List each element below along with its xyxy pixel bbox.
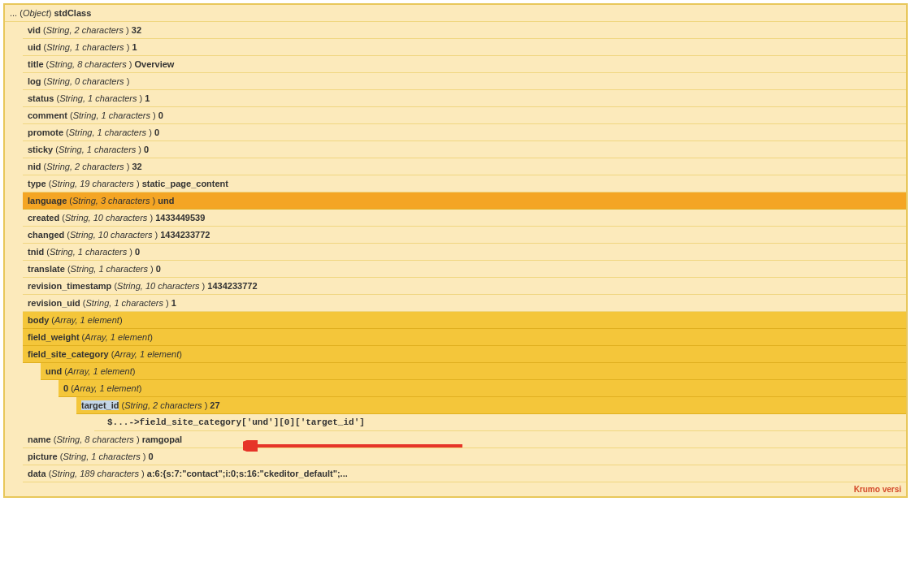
property-row-log[interactable]: log (String, 0 characters ) [23,73,906,90]
property-key: title [28,59,44,69]
property-value: 0 [144,145,149,154]
property-value: 1 [132,42,137,52]
property-type: String, 1 characters [46,42,124,52]
property-value: 0 [156,264,161,274]
property-row-status[interactable]: status (String, 1 characters ) 1 [23,90,906,107]
property-type: Array, 1 element [85,332,150,342]
property-row-sticky[interactable]: sticky (String, 1 characters ) 0 [23,141,906,158]
property-type: String, 1 characters [71,264,148,274]
property-value: static_page_content [142,179,228,188]
property-type: String, 1 characters [86,298,163,308]
property-type: String, 1 characters [59,93,137,103]
property-type: String, 0 characters [46,76,124,86]
property-row-picture[interactable]: picture (String, 1 characters ) 0 [23,448,906,465]
reference-path: $...->field_site_category['und'][0]['tar… [94,414,906,431]
property-value: 0 [154,128,159,137]
property-key: picture [28,452,58,461]
property-value: 0 [149,452,154,461]
property-key: revision_timestamp [28,281,111,291]
object-properties: vid (String, 2 characters ) 32uid (Strin… [23,22,906,482]
property-type: Array, 1 element [54,315,119,325]
property-value: 1433449539 [155,213,205,223]
property-type: String, 2 characters [46,162,124,171]
property-key: name [28,435,51,444]
property-row-nid[interactable]: nid (String, 2 characters ) 32 [23,158,906,175]
property-type: String, 3 characters [72,196,150,205]
krumo-root: ... (Object) stdClass vid (String, 2 cha… [3,3,908,498]
property-value: 32 [132,162,141,171]
property-row-translate[interactable]: translate (String, 1 characters ) 0 [23,261,906,278]
property-type: String, 1 characters [63,452,140,461]
property-key: sticky [28,145,53,154]
property-row-data[interactable]: data (String, 189 characters ) a:6:{s:7:… [23,465,906,482]
property-value: 32 [132,25,141,35]
property-type: String, 1 characters [50,247,127,257]
property-type: String, 19 characters [51,179,134,188]
property-row-name[interactable]: name (String, 8 characters ) ramgopal [23,431,906,448]
property-row-revision_timestamp[interactable]: revision_timestamp (String, 10 character… [23,278,906,295]
und-row[interactable]: und (Array, 1 element) [41,363,906,380]
property-row-type[interactable]: type (String, 19 characters ) static_pag… [23,175,906,192]
property-key: vid [28,25,41,35]
property-row-uid[interactable]: uid (String, 1 characters ) 1 [23,39,906,56]
property-row-comment[interactable]: comment (String, 1 characters ) 0 [23,107,906,124]
property-type: String, 10 characters [70,230,153,240]
property-row-body[interactable]: body (Array, 1 element) [23,312,906,329]
property-type: String, 10 characters [117,281,200,291]
index-0-row[interactable]: 0 (Array, 1 element) [59,380,906,397]
krumo-footer: Krumo versi [5,482,906,496]
property-key: status [28,93,54,103]
property-row-vid[interactable]: vid (String, 2 characters ) 32 [23,22,906,39]
property-row-tnid[interactable]: tnid (String, 1 characters ) 0 [23,244,906,261]
property-type: String, 1 characters [59,145,136,154]
property-row-promote[interactable]: promote (String, 1 characters ) 0 [23,124,906,141]
property-row-title[interactable]: title (String, 8 characters ) Overview [23,56,906,73]
property-row-created[interactable]: created (String, 10 characters ) 1433449… [23,210,906,227]
property-value: 1434233772 [207,281,257,291]
property-type: String, 2 characters [46,25,124,35]
property-value: Overview [134,59,174,69]
property-key: field_weight [28,332,80,342]
property-row-changed[interactable]: changed (String, 10 characters ) 1434233… [23,227,906,244]
property-type: String, 1 characters [69,128,146,137]
property-type: String, 10 characters [65,213,148,223]
property-key: comment [28,110,67,120]
property-key: tnid [28,247,44,257]
property-key: translate [28,264,65,274]
property-value: 1 [171,298,176,308]
property-key: body [28,315,49,325]
property-key: created [28,213,59,223]
property-key: type [28,179,46,188]
property-row-field_weight[interactable]: field_weight (Array, 1 element) [23,329,906,346]
property-value: und [158,196,174,205]
property-row-language[interactable]: language (String, 3 characters ) und [23,192,906,210]
property-value: a:6:{s:7:"contact";i:0;s:16:"ckeditor_de… [147,469,348,478]
property-key: language [28,196,67,205]
field-site-category-row[interactable]: field_site_category (Array, 1 element) [23,346,906,363]
property-value: 1434233772 [160,230,210,240]
property-type: String, 189 characters [51,469,139,478]
property-row-revision_uid[interactable]: revision_uid (String, 1 characters ) 1 [23,295,906,312]
property-key: log [28,76,41,86]
property-value: 0 [158,110,163,120]
property-type: String, 8 characters [49,59,126,69]
root-object-row[interactable]: ... (Object) stdClass [5,5,906,22]
property-key: data [28,469,46,478]
property-key: changed [28,230,64,240]
property-key: revision_uid [28,298,80,308]
property-key: promote [28,128,63,137]
property-type: String, 8 characters [56,435,133,444]
property-key: uid [28,42,41,52]
property-value: 0 [135,247,140,257]
property-key: nid [28,162,41,171]
property-value: 1 [145,93,150,103]
property-value: ramgopal [142,435,183,444]
target-id-row[interactable]: target_id (String, 2 characters ) 27 [76,397,906,414]
property-type: String, 1 characters [73,110,150,120]
